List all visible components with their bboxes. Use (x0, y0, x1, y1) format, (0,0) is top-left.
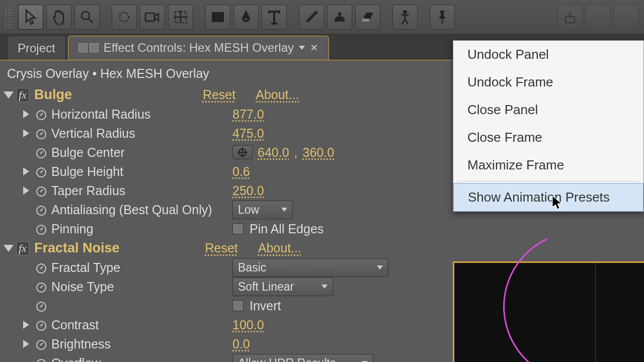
menu-undock-panel[interactable]: Undock Panel (453, 41, 643, 68)
svg-rect-3 (145, 13, 154, 21)
chevron-down-icon (281, 208, 287, 212)
prop-label: Bulge Center (51, 145, 232, 160)
svg-point-2 (120, 13, 129, 22)
chevron-down-icon (321, 285, 328, 289)
prop-label: Contrast (51, 318, 232, 332)
prop-value[interactable]: 0.0 (232, 337, 250, 351)
stopwatch-icon[interactable] (36, 262, 46, 273)
chevron-down-icon (377, 265, 383, 269)
twirl-icon[interactable] (23, 321, 29, 329)
stopwatch-icon[interactable] (36, 301, 46, 311)
fractal-type-select[interactable]: Basic (232, 258, 388, 277)
composition-viewer (453, 261, 644, 362)
prop-label: Taper Radius (51, 184, 232, 198)
stopwatch-icon[interactable] (36, 166, 46, 176)
checkbox[interactable] (232, 300, 244, 311)
stopwatch-icon[interactable] (36, 339, 46, 349)
crosshair-icon[interactable] (232, 145, 253, 159)
prop-label: Antialiasing (Best Qual Only) (51, 203, 232, 217)
prop-value[interactable]: 877.0 (232, 107, 264, 122)
svg-rect-7 (212, 12, 224, 22)
twirl-icon[interactable] (23, 129, 29, 137)
noise-type-select[interactable]: Soft Linear (232, 278, 333, 296)
effect-name[interactable]: Bulge (34, 87, 72, 103)
prop-label: Noise Type (51, 280, 232, 294)
svg-point-0 (82, 12, 90, 20)
effect-name[interactable]: Fractal Noise (34, 240, 120, 256)
rotation-tool[interactable] (112, 5, 137, 30)
menu-close-panel[interactable]: Close Panel (453, 96, 643, 124)
stopwatch-icon[interactable] (36, 358, 46, 362)
stopwatch-icon[interactable] (36, 186, 46, 196)
fx-icon[interactable]: fx (16, 241, 29, 255)
prop-value[interactable]: 250.0 (232, 184, 264, 198)
prop-label: Horizontal Radius (51, 107, 232, 122)
twirl-icon[interactable] (4, 92, 14, 99)
stopwatch-icon[interactable] (36, 320, 46, 330)
record-button[interactable] (586, 5, 611, 30)
stopwatch-icon[interactable] (36, 282, 46, 292)
twirl-icon[interactable] (4, 245, 14, 252)
checkbox-label: Invert (250, 299, 281, 313)
menu-show-animation-presets[interactable]: Show Animation Presets (453, 183, 643, 212)
brush-tool[interactable] (299, 5, 324, 30)
tab-title: Effect Controls: Hex MESH Overlay (104, 41, 294, 55)
pen-tool[interactable] (233, 5, 259, 30)
prop-label: Overflow (51, 356, 232, 363)
panel-context-menu: Undock Panel Undock Frame Close Panel Cl… (453, 40, 644, 212)
svg-line-1 (89, 19, 93, 23)
about-link[interactable]: About... (256, 87, 299, 102)
twirl-icon[interactable] (23, 167, 29, 175)
prop-label: Bulge Height (51, 164, 232, 179)
clone-stamp-tool[interactable] (327, 5, 352, 30)
selection-tool[interactable] (18, 5, 43, 30)
stopwatch-icon[interactable] (36, 128, 46, 138)
svg-point-8 (245, 18, 247, 20)
checkbox[interactable] (232, 223, 244, 234)
svg-point-10 (403, 10, 407, 14)
camera-tool[interactable] (140, 5, 165, 30)
prop-label: Fractal Type (51, 260, 232, 275)
pin-tool[interactable] (430, 5, 455, 30)
svg-rect-14 (622, 13, 623, 22)
eraser-tool[interactable] (355, 5, 380, 30)
overflow-select[interactable]: Allow HDR Results (232, 354, 373, 363)
prop-value[interactable]: 475.0 (232, 126, 264, 141)
prop-value[interactable]: 100.0 (232, 318, 264, 332)
main-toolbar (0, 0, 644, 34)
about-link[interactable]: About... (258, 241, 301, 255)
tab-icons (78, 43, 99, 52)
close-icon[interactable]: ✕ (310, 42, 318, 54)
checkbox-label: Pin All Edges (250, 222, 324, 236)
prop-value[interactable]: 0.6 (232, 164, 250, 179)
chevron-down-icon[interactable] (299, 46, 305, 50)
menu-undock-frame[interactable]: Undock Frame (453, 68, 643, 96)
puppet-tool[interactable] (392, 5, 418, 30)
menu-close-frame[interactable]: Close Frame (453, 124, 643, 151)
tab-project[interactable]: Project (7, 36, 66, 60)
fx-icon[interactable]: fx (16, 88, 29, 102)
stopwatch-icon[interactable] (36, 109, 46, 119)
pan-behind-tool[interactable] (168, 5, 193, 30)
menu-maximize-frame[interactable]: Maximize Frame (453, 151, 643, 179)
reset-link[interactable]: Reset (203, 87, 235, 102)
stopwatch-icon[interactable] (36, 147, 46, 157)
rectangle-tool[interactable] (205, 5, 230, 30)
twirl-icon[interactable] (23, 340, 29, 348)
twirl-icon[interactable] (23, 110, 29, 118)
stopwatch-icon[interactable] (36, 205, 46, 215)
reset-link[interactable]: Reset (205, 241, 237, 255)
prop-value-x[interactable]: 640.0 (258, 145, 289, 160)
prop-value-y[interactable]: 360.0 (303, 145, 335, 160)
import-button[interactable] (557, 5, 583, 30)
svg-rect-9 (362, 19, 369, 22)
stopwatch-icon[interactable] (36, 224, 46, 234)
tab-effect-controls[interactable]: Effect Controls: Hex MESH Overlay ✕ (68, 36, 329, 60)
hand-tool[interactable] (46, 5, 71, 30)
antialiasing-select[interactable]: Low (232, 201, 293, 219)
skip-button[interactable] (614, 5, 639, 30)
zoom-tool[interactable] (74, 5, 100, 30)
cursor-icon (551, 195, 564, 213)
text-tool[interactable] (262, 5, 287, 30)
twirl-icon[interactable] (23, 187, 29, 195)
